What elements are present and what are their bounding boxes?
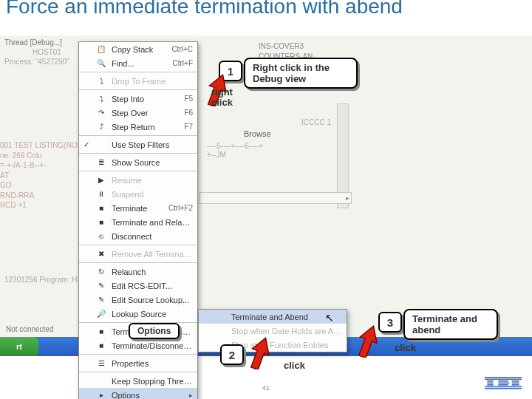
blank-icon — [215, 325, 227, 337]
step-1-hint: right click — [211, 87, 233, 109]
menu-separator — [79, 245, 197, 245]
menu-item-label: Step Into — [112, 95, 180, 103]
suspend-icon: ⏸ — [95, 188, 107, 200]
icccc-label: ICCCC 1 — [301, 118, 331, 126]
menu-item-label: Properties — [112, 359, 193, 368]
menu-separator — [79, 354, 197, 355]
svg-rect-8 — [487, 383, 493, 384]
menu-item-copy-stack[interactable]: 📋Copy StackCtrl+C — [79, 42, 197, 56]
svg-rect-13 — [512, 384, 519, 386]
stepover-icon: ↷ — [95, 107, 107, 119]
menu-item-show-source[interactable]: ≣Show Source — [79, 155, 197, 169]
menu-item-terminate-disconnect-all[interactable]: ■Terminate/Disconnect All — [79, 338, 197, 352]
step-3-hint: click — [395, 343, 416, 353]
status-program: 12301256 Program: H3 — [4, 276, 81, 284]
menu-item-disconnect[interactable]: ⎋Disconnect — [79, 229, 197, 243]
menu-item-label: Lookup Source — [112, 310, 193, 318]
menu-item-label: Edit Source Lookup... — [112, 296, 193, 304]
red-arrow-2 — [245, 337, 275, 369]
mouse-cursor-icon: ↖ — [325, 312, 334, 324]
menu-item-edit-source-lookup[interactable]: ✎Edit Source Lookup... — [79, 293, 197, 307]
menu-item-label: Step Over — [112, 109, 180, 117]
svg-marker-1 — [246, 337, 274, 369]
svg-rect-10 — [512, 383, 519, 384]
source-listing: 001 TEST LISTING(NOSH ne: 269 Colu =-+-/… — [0, 140, 74, 211]
svg-rect-11 — [487, 384, 493, 386]
menu-item-properties[interactable]: ☰Properties — [79, 356, 197, 370]
menu-item-label: Disconnect — [112, 232, 193, 241]
svg-marker-2 — [354, 325, 382, 358]
menu-item-step-return[interactable]: ⤴Step ReturnF7 — [79, 120, 197, 134]
menu-item-step-over[interactable]: ↷Step OverF6 — [79, 106, 197, 120]
svg-rect-6 — [498, 381, 508, 382]
menu-item-drop-to-frame: ⤵Drop To Frame — [79, 74, 197, 88]
menu-item-lookup-source[interactable]: 🔎Lookup Source — [79, 307, 197, 321]
menu-separator — [79, 89, 197, 90]
chevron-right-icon: ▸ — [346, 194, 349, 202]
scrollbar-horizontal[interactable]: ▸ — [200, 192, 352, 204]
menu-item-find[interactable]: 🔍Find...Ctrl+F — [79, 56, 197, 70]
svg-rect-5 — [487, 381, 493, 382]
menu-item-label: Suspend — [112, 190, 193, 199]
terminate-icon: ■ — [95, 202, 107, 214]
process-label: Process: "4527290" — [4, 58, 69, 66]
menu-item-shortcut: F5 — [184, 95, 193, 103]
menu-item-label: Options — [112, 391, 182, 400]
host-label: HOST01 — [33, 48, 61, 56]
menu-item-label: Copy Stack — [112, 45, 167, 54]
step-2-number: 2 — [220, 344, 244, 365]
ibm-logo — [485, 377, 522, 393]
menu-item-relaunch[interactable]: ↻Relaunch — [79, 265, 197, 279]
svg-rect-3 — [485, 377, 522, 378]
menu-separator — [79, 135, 197, 136]
menu-item-suspend: ⏸Suspend — [79, 187, 197, 201]
menu-item-label: Step Return — [112, 123, 180, 132]
svg-rect-7 — [512, 381, 519, 382]
menu-item-shortcut: F6 — [184, 109, 193, 117]
menu-item-shortcut: Ctrl+F2 — [168, 204, 193, 212]
relaunch-icon: ■ — [95, 216, 107, 228]
browse-label: Browse — [244, 129, 271, 138]
svg-rect-4 — [485, 379, 522, 381]
svg-rect-14 — [485, 386, 522, 388]
submenu-item-stop-when-date-holds-are-accessed: Stop when Date Holds are Accessed — [199, 324, 347, 338]
menu-item-label: Edit RCS-EDIT... — [112, 282, 193, 290]
step-1-callout: Right click in the Debug view — [244, 58, 358, 89]
submenu-item-terminate-and-abend[interactable]: Terminate and Abend — [199, 310, 347, 324]
menu-item-label: Remove All Terminated — [112, 250, 193, 259]
lookup-icon: 🔎 — [95, 308, 107, 320]
editsource-icon: ✎ — [95, 294, 107, 306]
menu-item-terminate[interactable]: ■TerminateCtrl+F2 — [79, 201, 197, 215]
menu-item-shortcut: Ctrl+C — [171, 45, 193, 53]
blank-icon — [215, 311, 227, 323]
menu-item-terminate-and-relaunch[interactable]: ■Terminate and Relaunch — [79, 215, 197, 229]
svg-rect-12 — [498, 384, 508, 386]
menu-item-label: Resume — [112, 176, 193, 185]
menu-item-label: Drop To Frame — [112, 77, 193, 86]
menu-item-label: Show Source — [112, 158, 193, 167]
menu-separator — [79, 262, 197, 263]
menu-item-label: Use Step Filters — [112, 140, 193, 149]
page-title: Force an immediate termination with aben… — [6, 0, 403, 18]
disconnect-icon: ⎋ — [95, 231, 107, 242]
menu-item-step-into[interactable]: ⤵Step IntoF5 — [79, 92, 197, 106]
menu-item-label: Relaunch — [112, 267, 193, 276]
menu-separator — [79, 153, 197, 154]
stepreturn-icon: ⤴ — [95, 121, 107, 133]
start-button[interactable]: rt — [0, 337, 38, 356]
page-number: 41 — [0, 384, 532, 392]
menu-separator — [79, 372, 197, 372]
menu-item-label: Terminate/Disconnect All — [112, 341, 193, 350]
editrc-icon: ✎ — [95, 280, 107, 292]
menu-item-shortcut: Ctrl+F — [173, 59, 194, 67]
step-2-options-tag: Options — [129, 323, 180, 339]
menu-item-remove-all-terminated: ✖Remove All Terminated — [79, 247, 197, 261]
menu-item-use-step-filters[interactable]: ✓Use Step Filters — [79, 137, 197, 151]
blank-icon — [95, 139, 107, 151]
menu-separator — [79, 72, 197, 72]
menu-item-label: Terminate and Relaunch — [112, 218, 193, 227]
find-icon: 🔍 — [95, 58, 107, 69]
svg-rect-15 — [485, 388, 522, 389]
stepinto-icon: ⤵ — [95, 93, 107, 105]
menu-item-edit-rcs-edit[interactable]: ✎Edit RCS-EDIT... — [79, 279, 197, 293]
